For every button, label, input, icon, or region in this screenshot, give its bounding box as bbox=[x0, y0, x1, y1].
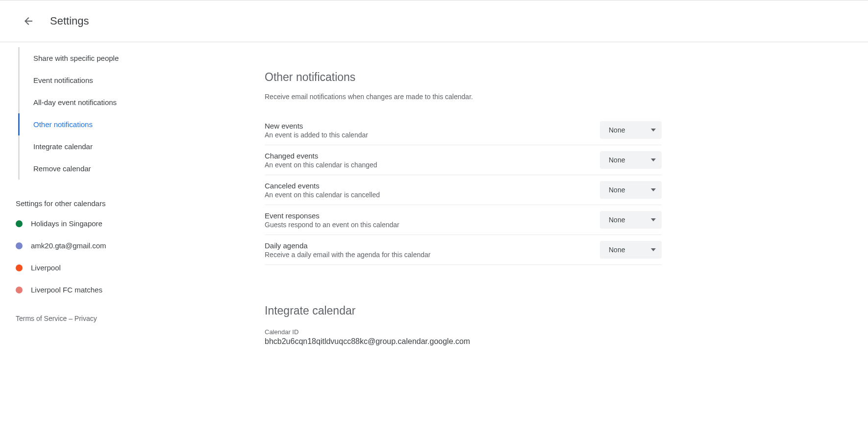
calendar-item-liverpool[interactable]: Liverpool bbox=[0, 257, 167, 279]
chevron-down-icon bbox=[651, 188, 656, 191]
sidebar: Share with specific people Event notific… bbox=[0, 42, 167, 422]
notif-row-changed-events: Changed events An event on this calendar… bbox=[265, 145, 662, 175]
notif-desc: Receive a daily email with the agenda fo… bbox=[265, 251, 600, 259]
tos-link[interactable]: Terms of Service bbox=[16, 315, 67, 322]
nav-item-allday-notifications[interactable]: All-day event notifications bbox=[18, 91, 167, 113]
section-heading-integrate: Integrate calendar bbox=[265, 304, 662, 317]
calendar-color-dot bbox=[16, 242, 23, 249]
dropdown-daily-agenda[interactable]: None bbox=[600, 241, 662, 259]
dropdown-label: None bbox=[609, 216, 625, 224]
back-button[interactable] bbox=[17, 9, 40, 33]
notif-text: Daily agenda Receive a daily email with … bbox=[265, 241, 600, 259]
calendar-label: Liverpool FC matches bbox=[31, 286, 102, 294]
calendar-item-amk20[interactable]: amk20.gta@gmail.com bbox=[0, 235, 167, 257]
section-heading-other-notifications: Other notifications bbox=[265, 71, 662, 84]
page-title: Settings bbox=[50, 15, 89, 27]
notif-text: Changed events An event on this calendar… bbox=[265, 152, 600, 169]
main-content: Other notifications Receive email notifi… bbox=[167, 42, 868, 422]
notif-text: Canceled events An event on this calenda… bbox=[265, 182, 600, 199]
calendar-item-liverpool-fc[interactable]: Liverpool FC matches bbox=[0, 279, 167, 301]
chevron-down-icon bbox=[651, 158, 656, 161]
calendar-label: Holidays in Singapore bbox=[31, 219, 102, 228]
sidebar-section-title: Settings for other calendars bbox=[0, 180, 167, 212]
calendar-color-dot bbox=[16, 264, 23, 271]
dropdown-label: None bbox=[609, 186, 625, 194]
nav-item-share-specific[interactable]: Share with specific people bbox=[18, 47, 167, 69]
nav-item-remove-calendar[interactable]: Remove calendar bbox=[18, 158, 167, 180]
notif-desc: An event on this calendar is cancelled bbox=[265, 191, 600, 199]
dropdown-event-responses[interactable]: None bbox=[600, 211, 662, 229]
notif-row-daily-agenda: Daily agenda Receive a daily email with … bbox=[265, 235, 662, 265]
notif-desc: An event on this calendar is changed bbox=[265, 161, 600, 169]
header-bar: Settings bbox=[0, 0, 868, 42]
notif-title: Canceled events bbox=[265, 182, 600, 190]
chevron-down-icon bbox=[651, 129, 656, 132]
nav-item-other-notifications[interactable]: Other notifications bbox=[18, 113, 167, 135]
dropdown-label: None bbox=[609, 126, 625, 134]
nav-group: Share with specific people Event notific… bbox=[17, 47, 167, 180]
notif-desc: An event is added to this calendar bbox=[265, 131, 600, 139]
chevron-down-icon bbox=[651, 248, 656, 251]
notif-text: New events An event is added to this cal… bbox=[265, 122, 600, 139]
chevron-down-icon bbox=[651, 218, 656, 221]
notif-row-new-events: New events An event is added to this cal… bbox=[265, 115, 662, 145]
notif-title: New events bbox=[265, 122, 600, 130]
calendar-id-field: Calendar ID bhcb2u6cqn18qitldvuqcc88kc@g… bbox=[265, 328, 662, 346]
notif-text: Event responses Guests respond to an eve… bbox=[265, 211, 600, 229]
calendar-item-holidays[interactable]: Holidays in Singapore bbox=[0, 212, 167, 235]
dropdown-changed-events[interactable]: None bbox=[600, 151, 662, 169]
notif-title: Event responses bbox=[265, 211, 600, 220]
page-body: Share with specific people Event notific… bbox=[0, 42, 868, 422]
footer-links: Terms of Service – Privacy bbox=[0, 301, 167, 327]
integrate-section: Integrate calendar Calendar ID bhcb2u6cq… bbox=[265, 304, 662, 346]
calendar-label: amk20.gta@gmail.com bbox=[31, 241, 106, 250]
notif-row-canceled-events: Canceled events An event on this calenda… bbox=[265, 175, 662, 205]
nav-item-integrate-calendar[interactable]: Integrate calendar bbox=[18, 135, 167, 158]
notif-title: Changed events bbox=[265, 152, 600, 160]
nav-item-event-notifications[interactable]: Event notifications bbox=[18, 69, 167, 91]
dropdown-new-events[interactable]: None bbox=[600, 121, 662, 139]
calendar-color-dot bbox=[16, 287, 23, 293]
calendar-id-label: Calendar ID bbox=[265, 328, 662, 336]
notif-desc: Guests respond to an event on this calen… bbox=[265, 221, 600, 229]
notif-title: Daily agenda bbox=[265, 241, 600, 250]
notif-row-event-responses: Event responses Guests respond to an eve… bbox=[265, 205, 662, 235]
dropdown-label: None bbox=[609, 246, 625, 254]
content-wrap: Other notifications Receive email notifi… bbox=[265, 71, 662, 346]
dropdown-label: None bbox=[609, 156, 625, 164]
section-sub-other-notifications: Receive email notifications when changes… bbox=[265, 93, 662, 101]
arrow-left-icon bbox=[23, 15, 34, 27]
calendar-color-dot bbox=[16, 220, 23, 227]
footer-sep: – bbox=[67, 315, 74, 322]
calendar-id-value: bhcb2u6cqn18qitldvuqcc88kc@group.calenda… bbox=[265, 337, 662, 346]
calendar-label: Liverpool bbox=[31, 264, 61, 272]
privacy-link[interactable]: Privacy bbox=[74, 315, 97, 322]
dropdown-canceled-events[interactable]: None bbox=[600, 181, 662, 199]
